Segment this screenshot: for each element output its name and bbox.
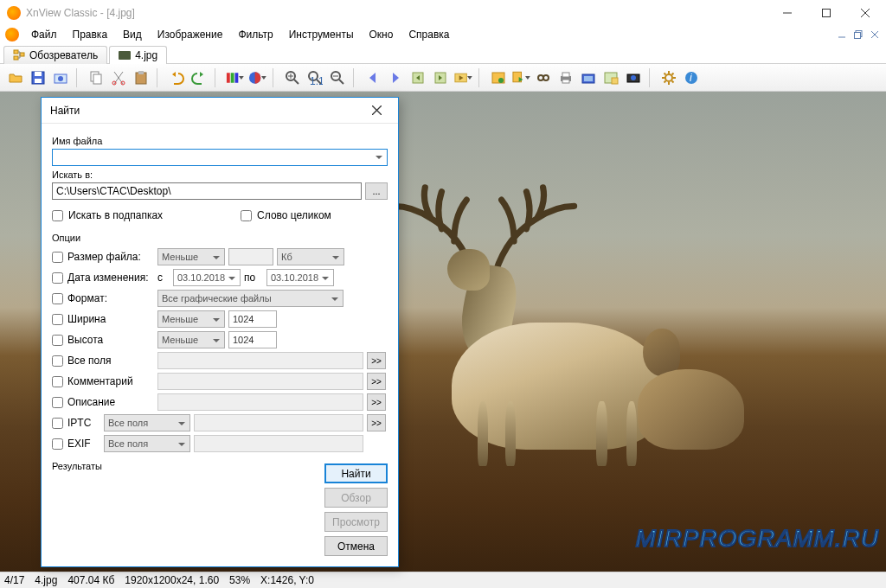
filter-button[interactable] — [247, 67, 267, 88]
mdi-minimize-button[interactable] — [835, 29, 848, 41]
redo-button[interactable] — [189, 67, 209, 88]
svg-rect-16 — [138, 71, 144, 74]
comment-more-button[interactable]: >> — [367, 373, 386, 390]
description-label: Описание — [67, 396, 115, 408]
path-input[interactable] — [52, 182, 362, 200]
browse-path-button[interactable]: ... — [365, 182, 388, 200]
close-button[interactable] — [845, 0, 884, 26]
description-more-button[interactable]: >> — [367, 393, 386, 411]
save-button[interactable] — [28, 67, 48, 88]
undo-button[interactable] — [166, 67, 187, 88]
height-value-input[interactable]: 1024 — [228, 331, 277, 348]
allfields-label: Все поля — [67, 355, 111, 367]
window-titlebar: XnView Classic - [4.jpg] — [0, 0, 886, 26]
comment-input[interactable] — [157, 373, 363, 390]
svg-rect-12 — [93, 74, 101, 84]
allfields-checkbox[interactable] — [52, 355, 63, 367]
comment-checkbox[interactable] — [52, 376, 63, 387]
menubar: Файл Правка Вид Изображение Фильтр Инстр… — [0, 26, 886, 43]
tab-browser[interactable]: Обозреватель — [3, 46, 107, 64]
status-index: 4/17 — [4, 574, 24, 586]
capture-button[interactable] — [600, 67, 621, 88]
screenshot-button[interactable] — [623, 67, 644, 88]
menu-image[interactable]: Изображение — [151, 27, 230, 42]
iptc-more-button[interactable]: >> — [367, 414, 386, 431]
filesize-op-select[interactable]: Меньше — [157, 248, 225, 265]
info-button[interactable]: i — [681, 67, 702, 88]
tab-file[interactable]: 4.jpg — [109, 46, 167, 64]
dialog-close-button[interactable] — [363, 98, 389, 124]
browse-results-button[interactable]: Обзор — [324, 488, 388, 508]
open-button[interactable] — [5, 67, 26, 88]
date-to-input[interactable]: 03.10.2018 — [266, 269, 334, 286]
exif-input[interactable] — [194, 435, 363, 452]
menu-tools[interactable]: Инструменты — [282, 27, 361, 42]
settings-button[interactable] — [658, 67, 679, 88]
wholeword-checkbox[interactable] — [241, 210, 252, 221]
height-label: Высота — [67, 334, 103, 346]
height-op-select[interactable]: Меньше — [157, 331, 225, 348]
width-value-input[interactable]: 1024 — [228, 310, 277, 328]
width-op-select[interactable]: Меньше — [157, 310, 225, 328]
print-button[interactable] — [555, 67, 576, 88]
prev-file-button[interactable] — [363, 67, 383, 88]
exif-checkbox[interactable] — [52, 438, 63, 450]
description-checkbox[interactable] — [52, 397, 63, 408]
menu-window[interactable]: Окно — [363, 27, 401, 42]
next-file-button[interactable] — [385, 67, 406, 88]
acquire-button[interactable] — [50, 67, 71, 88]
find-button[interactable] — [533, 67, 554, 88]
menu-file[interactable]: Файл — [24, 27, 64, 42]
cut-button[interactable] — [108, 67, 129, 88]
description-input[interactable] — [157, 393, 363, 411]
slideshow-button[interactable] — [453, 67, 473, 88]
recurse-checkbox[interactable] — [52, 210, 63, 221]
menu-filter[interactable]: Фильтр — [231, 27, 279, 42]
height-checkbox[interactable] — [52, 335, 63, 346]
paste-button[interactable] — [131, 67, 151, 88]
filename-input[interactable] — [52, 149, 388, 166]
format-select[interactable]: Все графические файлы — [157, 290, 343, 307]
date-from-input[interactable]: 03.10.2018 — [173, 269, 241, 286]
width-label: Ширина — [67, 313, 106, 325]
zoom-actual-button[interactable]: 1:1 — [305, 67, 325, 88]
levels-button[interactable] — [224, 67, 245, 88]
exif-field-select[interactable]: Все поля — [104, 435, 190, 452]
svg-rect-17 — [227, 73, 230, 83]
iptc-input[interactable] — [194, 414, 363, 431]
copy-button[interactable] — [86, 67, 106, 88]
filesize-unit-select[interactable]: Кб — [277, 248, 344, 265]
menu-view[interactable]: Вид — [116, 27, 149, 42]
mdi-close-button[interactable] — [868, 29, 881, 41]
allfields-input[interactable] — [157, 352, 363, 369]
minimize-button[interactable] — [767, 0, 806, 26]
zoom-in-button[interactable] — [282, 67, 303, 88]
menu-edit[interactable]: Правка — [66, 27, 115, 42]
format-checkbox[interactable] — [52, 293, 63, 304]
convert-button[interactable] — [510, 67, 531, 88]
mdi-restore-button[interactable] — [851, 29, 864, 41]
menu-help[interactable]: Справка — [401, 27, 456, 42]
view-result-button[interactable]: Просмотр — [324, 512, 388, 532]
allfields-more-button[interactable]: >> — [367, 352, 386, 369]
iptc-checkbox[interactable] — [52, 418, 63, 429]
find-button[interactable]: Найти — [324, 463, 388, 483]
filesize-value-input[interactable] — [228, 248, 273, 265]
modified-checkbox[interactable] — [52, 272, 63, 284]
iptc-field-select[interactable]: Все поля — [104, 414, 190, 431]
from-label: с — [157, 272, 170, 284]
cancel-button[interactable]: Отмена — [324, 536, 388, 556]
filesize-checkbox[interactable] — [52, 252, 63, 263]
svg-point-29 — [498, 78, 504, 83]
width-checkbox[interactable] — [52, 314, 63, 325]
next-page-button[interactable] — [430, 67, 451, 88]
deer-illustration — [452, 231, 664, 461]
folder-tree-icon — [13, 49, 25, 61]
scan-button[interactable] — [578, 67, 599, 88]
browse-button[interactable] — [488, 67, 509, 88]
maximize-button[interactable] — [806, 0, 845, 26]
prev-page-button[interactable] — [408, 67, 428, 88]
svg-rect-19 — [235, 73, 239, 83]
svg-rect-5 — [20, 53, 24, 56]
zoom-out-button[interactable] — [327, 67, 348, 88]
